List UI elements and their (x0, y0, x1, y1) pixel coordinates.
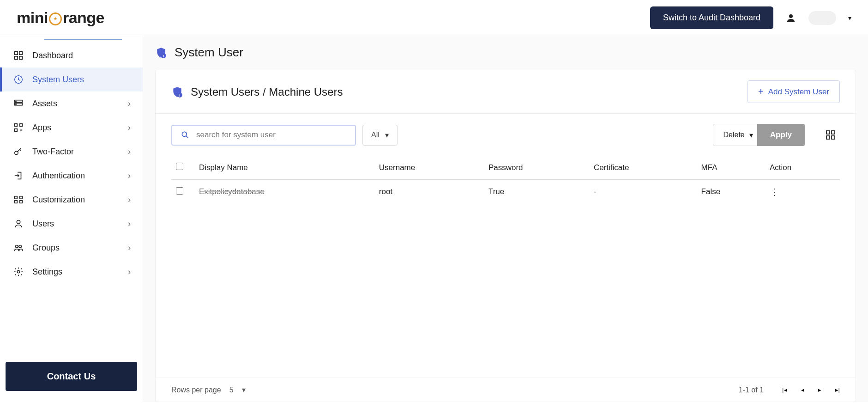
chevron-right-icon: › (128, 219, 131, 229)
chevron-right-icon: › (128, 195, 131, 205)
sidebar-item-label: Users (32, 219, 54, 229)
svg-point-26 (182, 132, 187, 136)
svg-point-0 (789, 14, 793, 18)
user-icon[interactable] (785, 12, 796, 24)
plus-icon: + (758, 86, 764, 97)
page-title: System User (175, 45, 243, 60)
shield-icon: i (155, 47, 167, 59)
svg-point-18 (17, 220, 20, 224)
sidebar-item-groups[interactable]: Groups › (0, 236, 143, 260)
col-certificate: Certificate (589, 156, 697, 179)
svg-rect-14 (15, 196, 18, 199)
sidebar-item-system-users[interactable]: System Users (0, 67, 143, 92)
pager-next-button[interactable]: ▸ (818, 386, 821, 393)
caret-down-icon[interactable]: ▾ (242, 385, 246, 394)
chevron-right-icon: › (128, 123, 131, 133)
sidebar-item-apps[interactable]: Apps › (0, 116, 143, 140)
gear-icon (13, 266, 24, 277)
bulk-action-value: Delete (723, 131, 745, 139)
profile-caret-icon[interactable]: ▾ (848, 14, 851, 22)
sidebar-item-label: Customization (32, 195, 85, 205)
col-action: Action (765, 156, 840, 179)
search-icon (181, 130, 190, 140)
sidebar-item-label: Groups (32, 243, 60, 253)
chevron-right-icon: › (128, 267, 131, 277)
user-outline-icon (13, 218, 24, 229)
sidebar-item-users[interactable]: Users › (0, 212, 143, 236)
logo-o-icon (49, 12, 62, 25)
table-row: Exitpolicydatabase root True - False ⋮ (171, 179, 840, 204)
filter-dropdown[interactable]: All ▾ (362, 125, 398, 146)
dashboard-icon (13, 50, 24, 61)
rows-per-page-value: 5 (229, 386, 234, 394)
switch-dashboard-button[interactable]: Switch to Audit Dashboard (650, 6, 773, 29)
svg-text:i: i (179, 93, 180, 97)
apply-button[interactable]: Apply (757, 124, 805, 146)
row-checkbox[interactable] (176, 187, 183, 195)
chevron-right-icon: › (128, 171, 131, 181)
key-icon (13, 146, 24, 157)
svg-rect-10 (15, 124, 18, 127)
topbar: mini range Switch to Audit Dashboard ▾ (0, 0, 868, 35)
pager-last-button[interactable]: ▸| (835, 386, 840, 393)
sidebar-item-label: Settings (32, 267, 62, 277)
svg-rect-29 (826, 136, 830, 139)
sidebar-item-label: Authentication (32, 171, 85, 181)
svg-point-13 (15, 151, 18, 154)
card-title: System Users / Machine Users (191, 85, 343, 98)
svg-rect-12 (15, 129, 18, 132)
sidebar-item-assets[interactable]: Assets › (0, 92, 143, 116)
select-all-checkbox[interactable] (176, 163, 183, 170)
pager-range: 1-1 of 1 (739, 386, 764, 394)
sidebar-item-label: Dashboard (32, 51, 73, 61)
sidebar-item-authentication[interactable]: Authentication › (0, 164, 143, 188)
svg-rect-2 (19, 52, 22, 55)
svg-rect-27 (826, 131, 830, 134)
login-icon (13, 170, 24, 181)
col-password: Password (484, 156, 589, 179)
sidebar-item-dashboard[interactable]: Dashboard (0, 43, 143, 67)
sidebar-item-label: Apps (32, 123, 51, 133)
sidebar-item-two-factor[interactable]: Two-Factor › (0, 140, 143, 164)
system-users-table: Display Name Username Password Certifica… (171, 156, 840, 204)
caret-down-icon: ▾ (385, 131, 389, 140)
search-wrapper (171, 125, 356, 146)
profile-pill[interactable] (808, 11, 836, 25)
row-display-name-link[interactable]: Exitpolicydatabase (199, 187, 265, 196)
row-certificate: - (589, 179, 697, 204)
sliders-icon (13, 194, 24, 205)
svg-point-20 (19, 245, 21, 248)
svg-rect-11 (20, 124, 23, 127)
sidebar-item-settings[interactable]: Settings › (0, 260, 143, 284)
contact-us-button[interactable]: Contact Us (6, 362, 137, 391)
pager-prev-button[interactable]: ◂ (801, 386, 804, 393)
bulk-action-select[interactable]: Delete ▾ (713, 124, 764, 146)
chevron-right-icon: › (128, 243, 131, 253)
add-system-user-button[interactable]: + Add System User (747, 80, 840, 103)
col-username: Username (374, 156, 484, 179)
assets-icon (13, 98, 24, 109)
add-button-label: Add System User (768, 87, 829, 97)
row-actions-button[interactable]: ⋮ (770, 186, 779, 197)
search-input[interactable] (196, 130, 347, 140)
svg-point-21 (17, 270, 20, 273)
pager-first-button[interactable]: |◂ (782, 386, 787, 393)
svg-point-19 (16, 245, 18, 248)
row-password: True (484, 179, 589, 204)
rows-per-page-label: Rows per page (171, 386, 221, 394)
row-mfa: False (697, 179, 765, 204)
chevron-right-icon: › (128, 147, 131, 157)
sidebar-item-label: System Users (32, 75, 84, 85)
sidebar-item-label: Two-Factor (32, 147, 74, 157)
svg-point-9 (16, 104, 16, 104)
svg-rect-15 (20, 196, 23, 199)
svg-rect-3 (15, 56, 18, 59)
sidebar: Dashboard System Users Assets › Apps › (0, 35, 143, 402)
grid-view-button[interactable] (821, 126, 840, 144)
svg-text:i: i (163, 54, 164, 58)
sidebar-item-customization[interactable]: Customization › (0, 188, 143, 212)
svg-rect-17 (20, 201, 23, 203)
shield-icon: i (171, 86, 183, 98)
apps-icon (13, 122, 24, 133)
logo-text-b: range (63, 9, 104, 27)
